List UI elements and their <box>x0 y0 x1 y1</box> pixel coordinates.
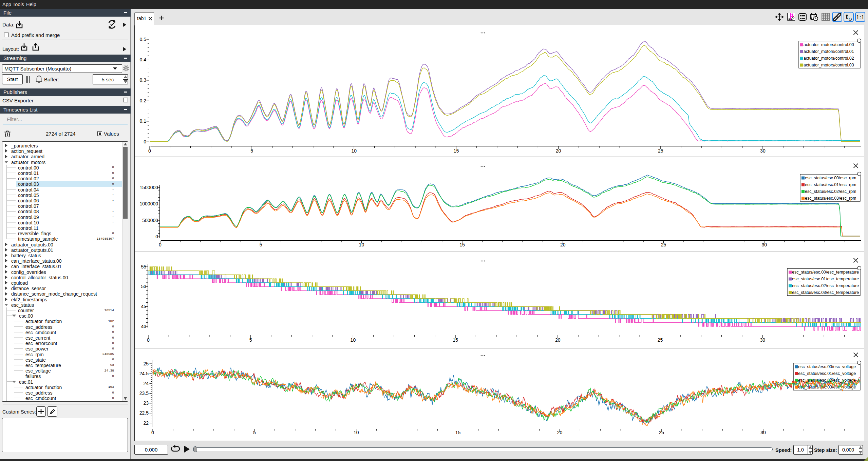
svg-text:20: 20 <box>556 148 561 154</box>
svg-text:25: 25 <box>658 148 663 154</box>
svg-text:esc_status/esc.01/esc_voltage: esc_status/esc.01/esc_voltage <box>798 371 856 376</box>
svg-text:10: 10 <box>351 337 356 343</box>
svg-text:20: 20 <box>557 430 563 435</box>
svg-text:5: 5 <box>249 337 252 343</box>
svg-text:15: 15 <box>459 242 465 247</box>
svg-text:esc_status/esc.03/esc_temperat: esc_status/esc.03/esc_temperature <box>792 290 859 295</box>
svg-text:0: 0 <box>148 148 151 154</box>
svg-text:5: 5 <box>250 148 253 154</box>
svg-text:10: 10 <box>354 430 359 435</box>
svg-text:0.5: 0.5 <box>140 37 147 42</box>
svg-text:25: 25 <box>661 242 666 247</box>
svg-text:30: 30 <box>760 148 766 154</box>
svg-text:0: 0 <box>155 234 158 239</box>
svg-text:5: 5 <box>260 242 262 247</box>
svg-text:esc_status/esc.00/esc_temperat: esc_status/esc.00/esc_temperature <box>792 270 859 275</box>
svg-text:20: 20 <box>560 242 566 247</box>
svg-text:0: 0 <box>151 430 154 435</box>
svg-text:0: 0 <box>144 139 146 144</box>
svg-text:actuator_motors/control.01: actuator_motors/control.01 <box>804 49 854 54</box>
svg-text:esc_status/esc.00/esc_rpm: esc_status/esc.00/esc_rpm <box>805 176 856 180</box>
svg-text:55: 55 <box>141 264 146 269</box>
svg-text:esc_status/esc.03/esc_rpm: esc_status/esc.03/esc_rpm <box>805 196 856 201</box>
svg-text:esc_status/esc.00/esc_voltage: esc_status/esc.00/esc_voltage <box>798 364 856 369</box>
svg-text:45: 45 <box>141 304 146 309</box>
svg-text:1000000: 1000000 <box>139 201 158 206</box>
svg-text:0.3: 0.3 <box>140 77 147 83</box>
svg-text:10: 10 <box>359 242 364 247</box>
svg-text:15: 15 <box>454 148 459 154</box>
svg-text:esc_status/esc.01/esc_rpm: esc_status/esc.01/esc_rpm <box>805 182 856 187</box>
svg-text:1500000: 1500000 <box>139 185 158 190</box>
svg-text:10: 10 <box>352 148 357 154</box>
svg-text:24.5: 24.5 <box>139 371 149 376</box>
svg-text:40: 40 <box>141 324 146 329</box>
svg-text:esc_status/esc.02/esc_rpm: esc_status/esc.02/esc_rpm <box>805 189 856 194</box>
svg-text:15: 15 <box>455 430 461 435</box>
svg-text:25: 25 <box>659 430 664 435</box>
svg-text:0.2: 0.2 <box>140 98 147 103</box>
svg-text:esc_status/esc.01/esc_temperat: esc_status/esc.01/esc_temperature <box>792 277 859 281</box>
svg-text:22.5: 22.5 <box>139 410 149 416</box>
svg-text:24: 24 <box>143 381 149 386</box>
svg-text:0: 0 <box>147 337 150 343</box>
svg-text:25: 25 <box>143 361 149 366</box>
svg-text:500000: 500000 <box>142 218 158 223</box>
svg-text:30: 30 <box>761 242 767 247</box>
svg-text:5: 5 <box>253 430 256 435</box>
svg-text:20: 20 <box>555 337 561 343</box>
svg-text:esc_status/esc.02/esc_temperat: esc_status/esc.02/esc_temperature <box>792 283 859 288</box>
svg-text:actuator_motors/control.00: actuator_motors/control.00 <box>804 42 854 47</box>
svg-text:25: 25 <box>658 337 663 343</box>
svg-text:actuator_motors/control.02: actuator_motors/control.02 <box>804 56 854 61</box>
svg-text:30: 30 <box>760 430 766 435</box>
svg-text:0: 0 <box>159 242 162 247</box>
svg-text:23.5: 23.5 <box>139 390 149 396</box>
svg-text:15: 15 <box>453 337 458 343</box>
svg-text:actuator_motors/control.03: actuator_motors/control.03 <box>804 63 854 67</box>
svg-text:0.1: 0.1 <box>140 118 147 124</box>
svg-text:0.4: 0.4 <box>140 57 147 62</box>
svg-text:23: 23 <box>143 400 149 406</box>
svg-text:50: 50 <box>141 284 146 289</box>
svg-text:22: 22 <box>143 420 149 426</box>
svg-text:30: 30 <box>760 337 765 343</box>
